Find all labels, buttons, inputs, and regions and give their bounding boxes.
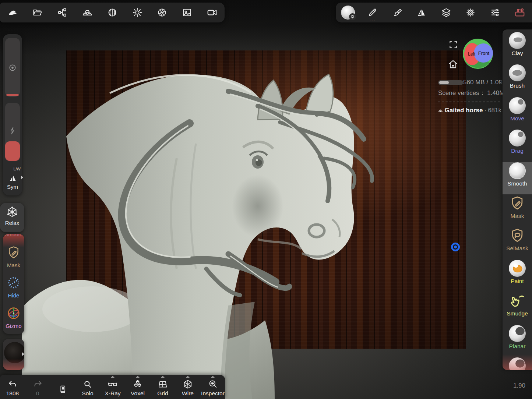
paint-thumb-icon: [509, 260, 526, 277]
matcap-sphere-icon: [4, 342, 24, 363]
lighting-button[interactable]: [129, 4, 145, 21]
tool-rail: Clay Brush Move Drag Smooth Mask: [503, 29, 532, 370]
gizmo-button[interactable]: Gizmo: [3, 306, 24, 329]
tool-smooth[interactable]: Smooth: [503, 162, 532, 194]
mask-shield-icon: [6, 245, 21, 260]
caret-up-icon: [111, 376, 114, 378]
history-button[interactable]: ···: [50, 375, 75, 399]
tool-clay[interactable]: Clay: [503, 32, 532, 64]
stroke-button[interactable]: ···: [364, 4, 381, 21]
tool-move[interactable]: Move: [503, 97, 532, 129]
redo-button[interactable]: 0: [25, 375, 50, 399]
mask-button[interactable]: Mask: [3, 245, 24, 268]
left-tools-panel: Smooth Mask Hide Gizmo: [3, 234, 24, 334]
settings-gear-icon: [465, 7, 476, 18]
bottom-toolbar: 1808 0 ··· Solo X-Ray Voxel: [0, 375, 225, 399]
object-separator: ·: [484, 107, 486, 114]
wire-button[interactable]: Wire: [175, 375, 200, 399]
inspector-eye-icon: [208, 379, 218, 389]
brush-thumb-icon: [509, 64, 526, 81]
camera-button[interactable]: [204, 4, 220, 21]
mask-label: Mask: [3, 262, 24, 268]
radius-slider[interactable]: [5, 38, 20, 97]
layers-ingots-button[interactable]: ···: [79, 4, 95, 21]
more-indicator: ···: [364, 19, 381, 21]
home-view-button[interactable]: [448, 59, 458, 70]
undo-button[interactable]: 1808: [0, 375, 25, 399]
material-panel[interactable]: [3, 339, 24, 370]
object-name: Gaited horse: [445, 107, 483, 114]
material-flyout-caret-icon[interactable]: [22, 352, 24, 356]
tool-planar[interactable]: Planar: [503, 325, 532, 357]
relax-button[interactable]: Relax: [0, 203, 24, 232]
gizmo-icon: [6, 306, 21, 321]
relax-web-icon: [6, 206, 18, 218]
caret-up-icon: [186, 376, 190, 378]
topology-button[interactable]: [104, 4, 120, 21]
solo-label: Solo: [82, 390, 93, 397]
object-vertex-count: 681k: [488, 107, 501, 114]
tool-selmask[interactable]: SelMask: [503, 227, 532, 259]
app-logo-button[interactable]: [4, 4, 21, 21]
move-thumb-icon: [509, 97, 526, 114]
symmetry-flyout-caret-icon[interactable]: [21, 176, 23, 179]
tool-paint[interactable]: Paint: [503, 259, 532, 292]
active-brush-button[interactable]: [340, 4, 356, 21]
tool-label: SelMask: [506, 245, 528, 252]
interface-sliders-button[interactable]: ···: [487, 4, 503, 21]
orientation-gizmo[interactable]: Left Front: [462, 38, 493, 69]
nav-left-label: Left: [468, 52, 476, 57]
intensity-slider-fill: [5, 141, 20, 161]
symmetry-button[interactable]: Sym: [3, 184, 22, 190]
tool-mask[interactable]: Mask: [503, 194, 532, 227]
inspector-button[interactable]: Inspector: [200, 375, 225, 399]
voxel-cubes-icon: [133, 379, 143, 389]
settings-button[interactable]: [462, 4, 479, 21]
xray-glasses-icon: [108, 379, 118, 389]
tool-label: Smudge: [507, 310, 528, 317]
selmask-shield-icon: [509, 227, 525, 244]
history-notebook-icon: [58, 385, 67, 394]
tool-smudge[interactable]: Smudge: [503, 292, 532, 324]
grid-button[interactable]: Grid: [150, 375, 175, 399]
partial-tool-thumb-icon: [509, 357, 526, 370]
hide-button[interactable]: Hide: [3, 275, 24, 299]
brush-settings-gear-icon[interactable]: [349, 13, 356, 20]
fullscreen-button[interactable]: [448, 40, 458, 49]
postprocess-button[interactable]: [154, 4, 170, 21]
memory-usage: 560 MB / 1.09 G: [463, 79, 501, 86]
scene-graph-button[interactable]: [54, 4, 70, 21]
voxel-button[interactable]: Voxel: [125, 375, 150, 399]
tool-label: Paint: [511, 278, 524, 285]
caret-up-icon: [161, 376, 165, 378]
files-button[interactable]: [29, 4, 46, 21]
tool-label: Planar: [509, 343, 526, 350]
tool-label: Mask: [510, 213, 524, 219]
undo-arrow-icon: [8, 379, 18, 389]
inspector-label: Inspector: [201, 390, 225, 397]
more-indicator: ···: [487, 19, 503, 21]
memory-bar-fill: [439, 81, 449, 84]
wireframe-icon: [183, 379, 193, 389]
tool-drag[interactable]: Drag: [503, 129, 532, 162]
symmetry-button[interactable]: [413, 4, 430, 21]
layers-button[interactable]: [438, 4, 454, 21]
redo-count: 0: [36, 390, 39, 397]
tool-label: Drag: [511, 148, 524, 154]
gizmo-label: Gizmo: [3, 323, 24, 329]
intensity-slider[interactable]: [5, 103, 20, 161]
background-image-button[interactable]: [179, 4, 195, 21]
object-row[interactable]: Gaited horse · 681k: [438, 107, 501, 114]
camera-video-icon: [207, 7, 218, 18]
more-indicator: ···: [79, 19, 95, 21]
history-more-dots: ···: [60, 395, 66, 397]
material-button[interactable]: [389, 4, 405, 21]
tool-partial[interactable]: [503, 357, 532, 370]
xray-button[interactable]: X-Ray: [100, 375, 125, 399]
tool-brush[interactable]: Brush: [503, 64, 532, 96]
lighting-sun-icon: [132, 7, 142, 18]
wire-label: Wire: [182, 390, 194, 397]
toolbox-button[interactable]: [512, 4, 528, 21]
solo-button[interactable]: Solo: [75, 375, 100, 399]
stroke-pencil-icon: [367, 7, 378, 18]
